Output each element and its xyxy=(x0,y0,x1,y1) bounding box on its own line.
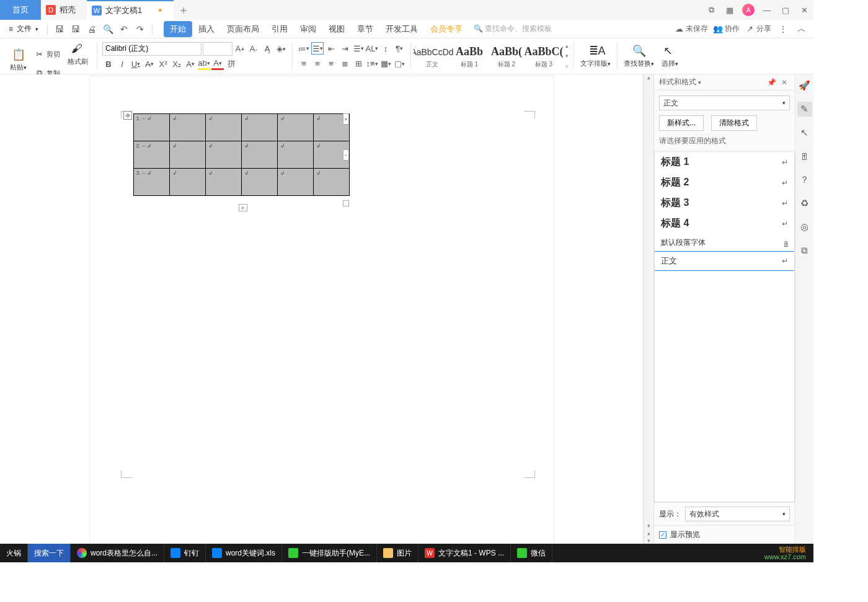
tab-review[interactable]: 审阅 xyxy=(294,21,322,37)
table-move-handle[interactable]: ✥ xyxy=(123,111,132,120)
increase-font-icon[interactable]: A+ xyxy=(234,43,246,55)
align-right-button[interactable]: ≡ xyxy=(325,58,337,70)
text-direction-button[interactable]: AL▾ xyxy=(366,42,378,55)
side-help-icon[interactable]: ？ xyxy=(797,172,812,187)
style-gallery-more[interactable]: ▴▾▿ xyxy=(562,40,571,73)
clear-format-icon[interactable]: ◈▾ xyxy=(275,43,287,55)
table-cell[interactable]: ↲ xyxy=(277,169,313,196)
coop-button[interactable]: 👥协作 xyxy=(713,24,740,34)
shading-button[interactable]: ▦▾ xyxy=(379,58,392,70)
scroll-thumb[interactable] xyxy=(645,82,652,485)
style-opt-h2[interactable]: 标题 2↵ xyxy=(655,172,794,193)
document-table[interactable]: 1. – ↲ ↲ ↲ ↲ ↲ ↲ 2. – ↲ ↲ ↲ ↲ ↲ ↲ 3. – ↲ xyxy=(133,113,350,196)
select-button[interactable]: ↖ 选择▾ xyxy=(658,40,682,73)
collapse-ribbon-icon[interactable]: ︿ xyxy=(795,22,808,36)
taskbar-item[interactable]: 图片 xyxy=(377,544,418,562)
line-spacing-button[interactable]: ↕≡▾ xyxy=(366,58,378,70)
taskbar-item[interactable]: 微信 xyxy=(511,544,552,562)
table-cell[interactable]: 3. – ↲ xyxy=(133,169,169,196)
save-icon[interactable]: 🖫 xyxy=(53,22,66,36)
minimize-button[interactable]: — xyxy=(758,0,776,20)
side-pencil-icon[interactable]: ✎ xyxy=(797,102,812,117)
cut-button[interactable]: ✂剪切 xyxy=(32,49,63,60)
command-search[interactable]: 🔍 查找命令、搜索模板 xyxy=(474,24,552,34)
table-add-handle[interactable]: + xyxy=(239,204,247,211)
file-menu[interactable]: ≡ 文件 ▾ xyxy=(5,24,42,34)
numbering-button[interactable]: ☰▾ xyxy=(311,42,324,55)
increase-indent-button[interactable]: ⇥ xyxy=(339,42,351,55)
style-opt-h3[interactable]: 标题 3↵ xyxy=(655,193,794,213)
side-panel-toggle-icon[interactable]: ⧉ xyxy=(797,243,812,258)
table-cell[interactable]: ↲ xyxy=(169,114,205,141)
tab-insert[interactable]: 插入 xyxy=(192,21,221,37)
table-cell[interactable]: ↲ xyxy=(205,114,241,141)
scroll-up-icon[interactable]: ▴ xyxy=(644,74,653,81)
superscript-button[interactable]: X² xyxy=(157,58,169,70)
tab-page-layout[interactable]: 页面布局 xyxy=(221,21,265,37)
tab-member[interactable]: 会员专享 xyxy=(424,21,469,37)
style-opt-default-font[interactable]: 默认段落字体a xyxy=(655,234,794,252)
document-canvas[interactable]: ✥ 1. – ↲ ↲ ↲ ↲ ↲ ↲ 2. – ↲ ↲ ↲ ↲ ↲ ↲ xyxy=(0,74,644,544)
clear-format-button[interactable]: 清除格式 xyxy=(711,115,757,131)
highlight-button[interactable]: ab▾ xyxy=(198,58,210,70)
taskbar-item[interactable]: 搜索一下 xyxy=(28,544,71,562)
line-spacing-top-button[interactable]: ☰▾ xyxy=(352,42,365,55)
table-cell[interactable]: ↲ xyxy=(205,141,241,169)
tab-document[interactable]: W 文字文稿1 • xyxy=(87,0,174,20)
layout-single-icon[interactable]: ⧉ xyxy=(702,0,720,20)
tab-docer[interactable]: D 稻壳 xyxy=(41,0,87,20)
tab-devtools[interactable]: 开发工具 xyxy=(379,21,424,37)
panel-preview-row[interactable]: ✓ 显示预览 xyxy=(654,525,795,544)
table-cell[interactable]: ↲ xyxy=(277,114,313,141)
taskbar-item[interactable]: 钉钉 xyxy=(164,544,206,562)
tab-view[interactable]: 视图 xyxy=(322,21,351,37)
panel-pin-icon[interactable]: 📌 xyxy=(764,78,779,87)
user-avatar[interactable]: A xyxy=(739,0,758,20)
taskbar-item[interactable]: word关键词.xls xyxy=(206,544,282,562)
underline-button[interactable]: U▾ xyxy=(130,58,142,70)
borders-button[interactable]: ▢▾ xyxy=(393,58,405,70)
redo-icon[interactable]: ↷ xyxy=(133,22,147,36)
undo-icon[interactable]: ↶ xyxy=(117,22,131,36)
format-painter-button[interactable]: 🖌格式刷 xyxy=(64,41,92,68)
save-as-icon[interactable]: 🖫 xyxy=(69,22,82,36)
side-recycle-icon[interactable]: ♻ xyxy=(797,196,812,211)
preview-checkbox[interactable]: ✓ xyxy=(659,531,666,539)
table-cell[interactable]: 1. – ↲ xyxy=(133,114,169,141)
change-case-icon[interactable]: Ą xyxy=(261,43,273,55)
decrease-indent-button[interactable]: ⇤ xyxy=(325,42,337,55)
table-row-handle[interactable]: + xyxy=(343,149,349,161)
share-button[interactable]: ↗分享 xyxy=(745,24,771,34)
italic-button[interactable]: I xyxy=(116,58,128,70)
tab-start[interactable]: 开始 xyxy=(164,21,192,37)
decrease-font-icon[interactable]: A- xyxy=(247,43,260,55)
bullets-button[interactable]: ≔▾ xyxy=(298,42,310,55)
font-size-select[interactable] xyxy=(203,42,232,56)
text-effects-button[interactable]: A▾ xyxy=(184,58,197,70)
style-h2[interactable]: AaBb(标题 2 xyxy=(488,40,525,73)
style-h3[interactable]: AaBbC(标题 3 xyxy=(525,40,562,73)
sort-button[interactable]: ↕ xyxy=(379,42,392,55)
table-cell[interactable]: ↲ xyxy=(241,169,277,196)
style-h1[interactable]: AaBb标题 1 xyxy=(451,40,488,73)
tab-references[interactable]: 引用 xyxy=(265,21,294,37)
taskbar-item[interactable]: 一键排版助手(MyE... xyxy=(282,544,377,562)
scrollbar-vertical[interactable]: ▴ ▾ ▴ ▾ xyxy=(644,74,653,544)
style-opt-h4[interactable]: 标题 4↵ xyxy=(655,213,794,234)
font-color-button[interactable]: A▾ xyxy=(211,58,224,70)
table-row-handle[interactable]: ▾ xyxy=(343,113,349,125)
table-cell[interactable]: ↲ xyxy=(313,169,349,196)
paste-button[interactable]: 📋 粘贴▾ xyxy=(6,46,30,73)
new-style-button[interactable]: 新样式... xyxy=(659,115,704,131)
layout-grid-icon[interactable]: ▦ xyxy=(720,0,739,20)
print-preview-icon[interactable]: 🔍 xyxy=(101,22,115,36)
style-body[interactable]: AaBbCcDd正文 xyxy=(414,40,451,73)
style-opt-h1[interactable]: 标题 1↵ xyxy=(655,152,794,172)
scroll-page-up-icon[interactable]: ▴ xyxy=(644,530,653,536)
tab-section[interactable]: 章节 xyxy=(351,21,379,37)
table-cell[interactable]: ↲ xyxy=(241,114,277,141)
table-cell[interactable]: ↲ xyxy=(277,141,313,169)
align-justify-button[interactable]: ≣ xyxy=(339,58,351,70)
side-tune-icon[interactable]: 🎚 xyxy=(797,149,812,164)
table-cell[interactable]: ↲ xyxy=(205,169,241,196)
